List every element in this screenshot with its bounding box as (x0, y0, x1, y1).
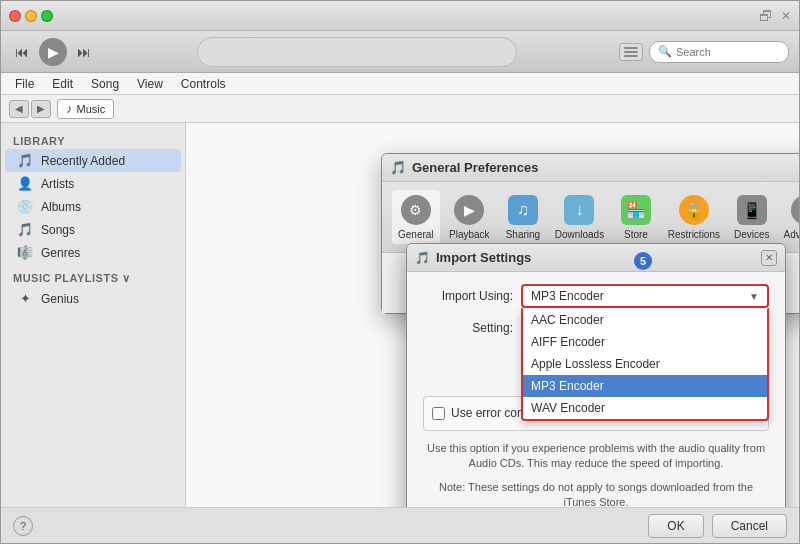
sidebar-item-genres[interactable]: 🎼 Genres (5, 241, 181, 264)
main-cancel-button[interactable]: Cancel (712, 514, 787, 538)
pref-tab-sharing[interactable]: ♫ Sharing (499, 190, 547, 244)
recently-added-label: Recently Added (41, 154, 125, 168)
library-section: Library 🎵 Recently Added 👤 Artists 💿 Alb… (1, 131, 185, 264)
list-view-button[interactable] (619, 43, 643, 61)
pref-tab-general[interactable]: ⚙ General (392, 190, 440, 244)
pref-tab-store[interactable]: 🏪 Store (612, 190, 660, 244)
menu-view[interactable]: View (129, 75, 171, 93)
sidebar-item-songs[interactable]: 🎵 Songs (5, 218, 181, 241)
restore-icon[interactable]: 🗗 (759, 8, 773, 24)
bottom-bar-right: OK Cancel (648, 514, 787, 538)
dropdown-arrow-icon: ▼ (749, 291, 759, 302)
pref-title-group: 🎵 General Preferences (390, 160, 538, 175)
sharing-tab-label: Sharing (506, 229, 540, 240)
artists-label: Artists (41, 177, 74, 191)
genres-label: Genres (41, 246, 80, 260)
sidebar-item-artists[interactable]: 👤 Artists (5, 172, 181, 195)
pref-dialog-title: General Preferences (412, 160, 538, 175)
search-bar[interactable]: 🔍 (649, 41, 789, 63)
now-playing-area (197, 37, 517, 67)
selected-encoder-label: MP3 Encoder (531, 289, 604, 303)
devices-tab-label: Devices (734, 229, 770, 240)
playlists-section: Music Playlists ∨ ✦ Genius (1, 268, 185, 310)
play-button[interactable]: ▶ (39, 38, 67, 66)
menu-edit[interactable]: Edit (44, 75, 81, 93)
help-button[interactable]: ? (13, 516, 33, 536)
import-using-label: Import Using: (423, 289, 513, 303)
title-bar: 🗗 ✕ (1, 1, 799, 31)
restrictions-tab-label: Restrictions (668, 229, 720, 240)
sidebar-item-albums[interactable]: 💿 Albums (5, 195, 181, 218)
pref-dialog-titlebar: 🎵 General Preferences ✕ (382, 154, 799, 182)
import-dialog-close-button[interactable]: ✕ (761, 250, 777, 266)
menu-song[interactable]: Song (83, 75, 127, 93)
breadcrumb-label: Music (77, 103, 106, 115)
step-badge: 5 (634, 252, 652, 270)
playback-tab-icon: ▶ (453, 194, 485, 226)
music-icon: ♪ (66, 101, 73, 116)
minimize-button[interactable] (25, 10, 37, 22)
encoder-option-apple-lossless[interactable]: Apple Lossless Encoder (523, 353, 767, 375)
import-dialog-title: Import Settings (436, 250, 531, 265)
import-itunes-icon: 🎵 (415, 251, 430, 265)
dropdown-selected[interactable]: MP3 Encoder ▼ (521, 284, 769, 308)
playback-tab-label: Playback (449, 229, 490, 240)
error-correction-checkbox[interactable] (432, 407, 445, 420)
itunes-icon: 🎵 (390, 160, 406, 175)
sidebar: Library 🎵 Recently Added 👤 Artists 💿 Alb… (1, 123, 186, 507)
library-label: Library (1, 131, 185, 149)
genres-icon: 🎼 (17, 245, 33, 260)
sharing-tab-icon: ♫ (507, 194, 539, 226)
import-settings-dialog: 🎵 Import Settings 5 ✕ Import Using: (406, 243, 786, 507)
nav-forward-button[interactable]: ▶ (31, 100, 51, 118)
menu-controls[interactable]: Controls (173, 75, 234, 93)
pref-tab-advanced[interactable]: ⚙ Advanced (782, 190, 799, 244)
encoder-option-mp3[interactable]: MP3 Encoder (523, 375, 767, 397)
albums-icon: 💿 (17, 199, 33, 214)
general-tab-label: General (398, 229, 434, 240)
main-layout: Library 🎵 Recently Added 👤 Artists 💿 Alb… (1, 123, 799, 507)
nav-bar: ◀ ▶ ♪ Music (1, 95, 799, 123)
nav-back-button[interactable]: ◀ (9, 100, 29, 118)
skip-forward-button[interactable]: ⏭ (73, 41, 95, 63)
main-ok-button[interactable]: OK (648, 514, 703, 538)
skip-back-button[interactable]: ⏮ (11, 41, 33, 63)
window-close-icon[interactable]: ✕ (781, 9, 791, 23)
itunes-window: 🗗 ✕ ⏮ ▶ ⏭ 🔍 File Edit Song View Controls (0, 0, 800, 544)
content-area: 🎵 General Preferences ✕ ⚙ General ▶ (186, 123, 799, 507)
menu-bar: File Edit Song View Controls (1, 73, 799, 95)
menu-file[interactable]: File (7, 75, 42, 93)
store-icon: 🏪 (621, 195, 651, 225)
breadcrumb: ♪ Music (57, 99, 114, 119)
list-line-1 (624, 47, 638, 49)
downloads-tab-icon: ↓ (563, 194, 595, 226)
import-encoder-dropdown[interactable]: MP3 Encoder ▼ AAC Encoder AIFF Encoder A… (521, 284, 769, 308)
encoder-dropdown-menu: AAC Encoder AIFF Encoder Apple Lossless … (521, 308, 769, 421)
encoder-option-aiff[interactable]: AIFF Encoder (523, 331, 767, 353)
pref-tab-restrictions[interactable]: 🔒 Restrictions (666, 190, 722, 244)
sidebar-item-genius[interactable]: ✦ Genius (5, 287, 181, 310)
artists-icon: 👤 (17, 176, 33, 191)
bottom-bar: ? OK Cancel (1, 507, 799, 543)
import-using-row: Import Using: MP3 Encoder ▼ AAC Encoder … (423, 284, 769, 308)
songs-icon: 🎵 (17, 222, 33, 237)
import-dialog-titlebar: 🎵 Import Settings 5 ✕ (407, 244, 785, 272)
playlists-label[interactable]: Music Playlists ∨ (1, 268, 185, 287)
pref-tab-devices[interactable]: 📱 Devices (728, 190, 776, 244)
pref-tab-downloads[interactable]: ↓ Downloads (553, 190, 606, 244)
search-input[interactable] (676, 46, 780, 58)
albums-label: Albums (41, 200, 81, 214)
playback-icon: ▶ (454, 195, 484, 225)
encoder-option-aac[interactable]: AAC Encoder (523, 309, 767, 331)
pref-tab-playback[interactable]: ▶ Playback (446, 190, 494, 244)
genius-icon: ✦ (17, 291, 33, 306)
encoder-option-wav[interactable]: WAV Encoder (523, 397, 767, 419)
restrictions-icon: 🔒 (679, 195, 709, 225)
import-title-group: 🎵 Import Settings (415, 250, 531, 265)
store-tab-label: Store (624, 229, 648, 240)
downloads-icon: ↓ (564, 195, 594, 225)
import-dialog-body: Import Using: MP3 Encoder ▼ AAC Encoder … (407, 272, 785, 386)
maximize-button[interactable] (41, 10, 53, 22)
close-button[interactable] (9, 10, 21, 22)
sidebar-item-recently-added[interactable]: 🎵 Recently Added (5, 149, 181, 172)
